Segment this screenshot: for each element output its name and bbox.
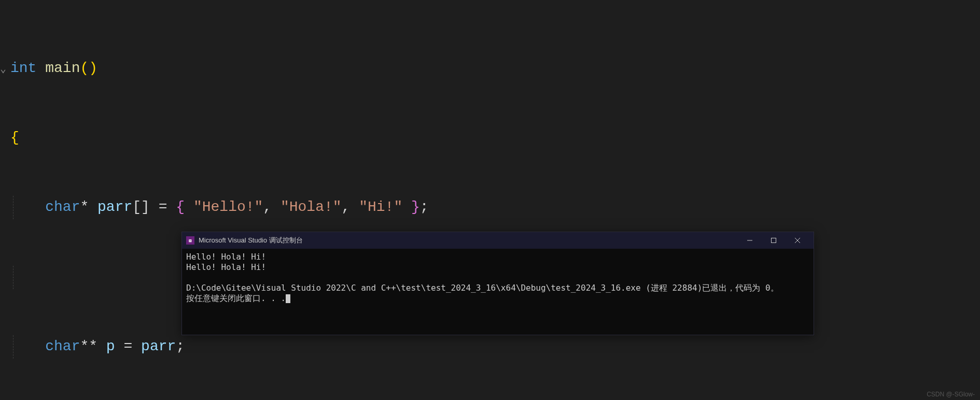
parens: () [80,60,97,76]
identifier: parr [97,199,132,215]
output-line: Hello! Hola! Hi! [186,262,266,272]
code-editor[interactable]: ⌄int main() { char* parr[] = { "Hello!",… [0,0,980,400]
svg-rect-0 [772,238,776,243]
operator: ** [80,338,97,354]
indent-guide [13,196,13,219]
operator: * [80,199,89,215]
comma: , [342,199,359,215]
code-line[interactable]: { [0,126,980,150]
watermark: CSDN @-SGlow- [927,391,975,398]
vs-icon: ⧈ [186,236,194,245]
window-controls [738,232,809,249]
indent-guide [13,266,13,289]
code-line[interactable]: char** p = parr; [0,335,980,359]
brace-open: { [10,130,19,146]
output-line: D:\Code\Gitee\Visual Studio 2022\C and C… [186,283,779,293]
brackets: [] [132,199,150,215]
semicolon: ; [176,338,185,354]
keyword: char [45,338,80,354]
output-line: Hello! Hola! Hi! [186,252,266,262]
semicolon: ; [420,199,429,215]
terminal-window[interactable]: ⧈ Microsoft Visual Studio 调试控制台 Hello! H… [181,232,814,335]
terminal-title: Microsoft Visual Studio 调试控制台 [199,236,738,245]
brace: { [176,199,193,215]
terminal-titlebar[interactable]: ⧈ Microsoft Visual Studio 调试控制台 [182,232,814,249]
code-line[interactable]: ⌄int main() [0,57,980,80]
maximize-button[interactable] [762,232,786,249]
string-literal: "Hola!" [281,199,342,215]
keyword: int [10,60,36,76]
output-line: 按任意键关闭此窗口. . . [186,293,286,303]
operator: = [150,199,176,215]
operator: = [115,338,141,354]
identifier: p [106,338,115,354]
close-button[interactable] [786,232,809,249]
string-literal: "Hi!" [359,199,402,215]
identifier: parr [141,338,176,354]
fold-icon[interactable]: ⌄ [0,61,6,78]
string-literal: "Hello!" [193,199,263,215]
minimize-button[interactable] [738,232,762,249]
terminal-output[interactable]: Hello! Hola! Hi! Hello! Hola! Hi! D:\Cod… [182,249,814,307]
terminal-cursor [286,294,290,303]
code-line[interactable]: char* parr[] = { "Hello!", "Hola!", "Hi!… [0,196,980,219]
brace: } [402,199,420,215]
function-name: main [45,60,80,76]
comma: , [263,199,281,215]
keyword: char [45,199,80,215]
indent-guide [13,335,13,359]
